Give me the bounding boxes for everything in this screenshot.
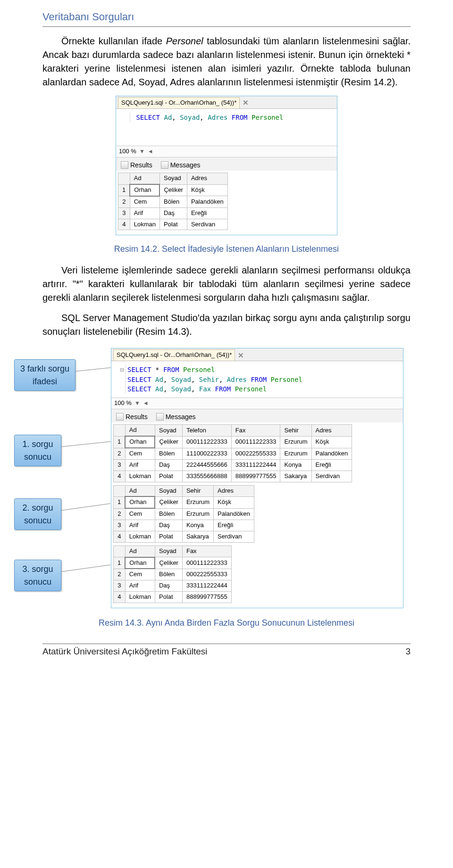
row-num: 1 [114,557,126,569]
col-header[interactable]: Sehir [182,485,213,496]
messages-icon [156,413,164,421]
row-num: 4 [114,531,126,542]
row-num: 2 [114,569,126,580]
editor-tab-label: SQLQuery1.sql - Or...Orhan\Orhan_ (54))* [117,351,232,358]
cell: 333111222444 [182,580,231,592]
col-header[interactable]: Ad [130,173,159,184]
table-row[interactable]: 4LokmanPolat333555666888888999777555Saka… [114,471,352,482]
cell: Sakarya [280,471,311,482]
callout-line [61,565,110,572]
table-row[interactable]: 3ArifDaşEreğli [118,207,228,219]
zoom-value[interactable]: 100 % [114,399,132,408]
cell: Orhan [125,496,155,508]
messages-icon [161,161,168,169]
table-row[interactable]: 4LokmanPolatSerdivan [118,219,228,230]
col: Soyad [171,385,191,393]
table-row[interactable]: 2CemBölen000222555333 [114,569,232,580]
table-row[interactable]: 1OrhanÇeliker000111222333000111222333Erz… [114,436,352,448]
table-row[interactable]: 4LokmanPolatSakaryaSerdivan [114,531,254,542]
col-header[interactable]: Sehir [280,425,311,436]
kw-select: SELECT [127,376,151,383]
figure-14-3: SQLQuery1.sql - Or...Orhan\Orhan_ (54))*… [111,348,403,608]
table-row[interactable]: 2CemBölenPalandöken [118,196,228,207]
table-row[interactable]: 3ArifDaşKonyaEreğli [114,520,254,531]
results-grid-c: Ad Soyad Fax 1OrhanÇeliker000111222333 2… [113,546,232,603]
sql-editor-multi[interactable]: ⊟SELECT * FROM Personel SELECT Ad, Soyad… [111,361,403,398]
col-header[interactable]: Fax [182,546,231,557]
col-header[interactable]: Ad [125,485,155,496]
callout-result-1: 1. sorgu sonucu [14,435,61,466]
table-row[interactable]: 1OrhanÇeliker000111222333 [114,557,232,569]
callout-line [61,504,110,511]
row-num: 2 [114,448,126,459]
callout-result-2: 2. sorgu sonucu [14,498,61,529]
zoom-scroll-left-icon[interactable]: ◄ [148,148,153,156]
results-tab[interactable]: Results [114,411,150,422]
cell: Polat [155,471,182,482]
cell: 000111222333 [231,436,280,448]
cell: Polat [159,219,187,230]
table-row[interactable]: 2CemBölenErzurumPalandöken [114,508,254,520]
cell: 111000222333 [182,448,231,459]
cell: Arif [125,459,155,471]
cell: Ereğli [311,459,352,471]
cell: 222444555666 [182,459,231,471]
cell: Ereğli [187,207,227,219]
table-row[interactable]: 2CemBölen111000222333000222555333Erzurum… [114,448,352,459]
col-header[interactable]: Adres [187,173,227,184]
cell: 000111222333 [182,436,231,448]
cell: Polat [155,531,182,542]
editor-tab[interactable]: SQLQuery1.sql - Or...Orhan\Orhan_ (54))* [113,349,235,361]
kw-from: FROM [215,385,231,393]
table-row[interactable]: 3ArifDaş222444555666333111222444KonyaEre… [114,459,352,471]
col-header[interactable]: Ad [125,425,155,436]
cell: Cem [125,508,155,520]
col: Sehir [199,376,219,383]
zoom-dropdown-icon[interactable]: ▼ [134,399,140,407]
cell: Arif [130,207,159,219]
cell: Daş [155,520,182,531]
cell: Lokman [125,592,155,603]
table-row[interactable]: 4LokmanPolat888999777555 [114,592,232,603]
cell: 000222555333 [182,569,231,580]
cell: Ereğli [214,520,254,531]
cell: Daş [159,207,187,219]
col-header[interactable]: Soyad [159,173,187,184]
table-row[interactable]: 3ArifDaş333111222444 [114,580,232,592]
cell: Konya [182,520,213,531]
col-header[interactable]: Fax [231,425,280,436]
messages-tab[interactable]: Messages [159,159,202,171]
zoom-scroll-left-icon[interactable]: ◄ [143,399,149,407]
cell: Bölen [155,569,182,580]
col-header[interactable]: Soyad [155,425,182,436]
cell: Serdivan [214,531,254,542]
zoom-value[interactable]: 100 % [119,147,136,156]
page-number: 3 [405,645,411,658]
table-row[interactable]: 1OrhanÇelikerKöşk [118,184,228,196]
editor-tab[interactable]: SQLQuery1.sql - Or...Orhan\Orhan_ (54))* [118,97,240,108]
cell: Bölen [155,448,182,459]
col-header[interactable]: Soyad [155,485,182,496]
kw-select: SELECT [136,114,160,121]
row-num: 4 [114,471,126,482]
cell: Sakarya [182,531,213,542]
col-header[interactable]: Adres [311,425,352,436]
tbl: Personel [183,366,215,373]
col-header[interactable]: Soyad [155,546,182,557]
col-header[interactable]: Telefon [182,425,231,436]
messages-tab[interactable]: Messages [154,411,198,422]
col-header[interactable]: Adres [214,485,254,496]
results-grid-b: Ad Soyad Sehir Adres 1OrhanÇelikerErzuru… [113,485,254,543]
cell: Palandöken [214,508,254,520]
zoom-dropdown-icon[interactable]: ▼ [139,148,145,156]
paragraph-1: Örnekte kullanılan ifade Personel tablos… [42,34,411,89]
sql-editor[interactable]: SELECT Ad, Soyad, Adres FROM Personel [116,109,337,146]
tab-close-icon[interactable]: ✕ [243,98,249,108]
results-tab[interactable]: Results [119,159,154,171]
cell: Çeliker [159,184,187,196]
results-grid-icon [116,413,124,421]
callout-result-3: 3. sorgu sonucu [14,560,61,591]
table-row[interactable]: 1OrhanÇelikerErzurumKöşk [114,496,254,508]
col-header[interactable]: Ad [125,546,155,557]
tab-close-icon[interactable]: ✕ [238,350,244,361]
